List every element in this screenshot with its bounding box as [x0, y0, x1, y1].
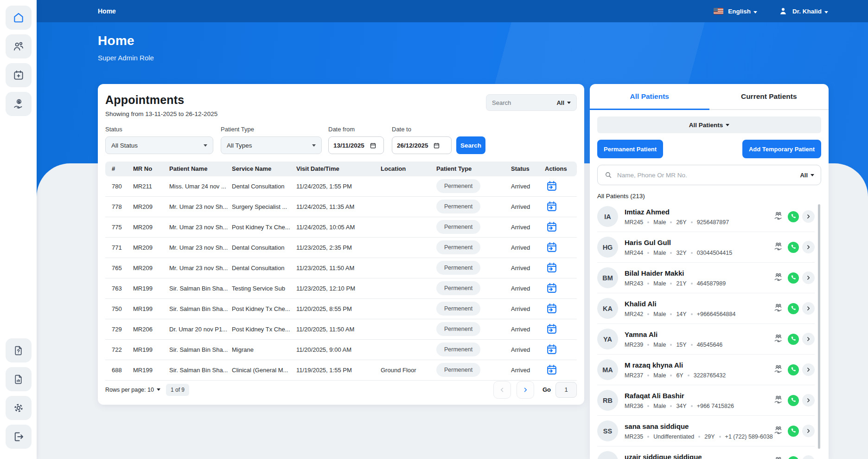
refer-patient-button[interactable] — [772, 333, 785, 345]
refer-patient-button[interactable] — [772, 241, 785, 253]
whatsapp-button[interactable] — [788, 456, 799, 459]
user-menu[interactable]: Dr. Khalid — [792, 8, 828, 15]
whatsapp-button[interactable] — [788, 211, 799, 222]
rows-per-page-control[interactable]: Rows per page: 10 — [105, 387, 160, 393]
sidebar-item-reports[interactable] — [6, 367, 32, 391]
table-row[interactable]: 722MR199Sir. Salman Bin Sha...Migrane11/… — [105, 340, 577, 360]
patient-meta-value: +966 7415826 — [697, 403, 734, 409]
patients-filter-value: All Patients — [689, 122, 723, 129]
patient-detail-button[interactable] — [802, 363, 815, 376]
whatsapp-button[interactable] — [788, 272, 799, 284]
patients-search-box[interactable]: All — [597, 165, 821, 185]
date-from-input[interactable] — [333, 142, 370, 149]
sidebar-item-patients[interactable] — [6, 34, 32, 58]
checkin-action-button[interactable] — [545, 240, 558, 254]
sidebar-item-appointments[interactable] — [6, 63, 32, 87]
checkin-action-button[interactable] — [545, 343, 558, 356]
appointments-search-box[interactable]: All — [486, 94, 577, 111]
whatsapp-button[interactable] — [788, 334, 799, 345]
whatsapp-icon — [791, 367, 797, 373]
refer-patient-button[interactable] — [772, 302, 785, 315]
sidebar-item-home[interactable] — [6, 6, 32, 30]
next-page-button[interactable] — [517, 381, 534, 399]
appointments-search-input[interactable] — [492, 99, 543, 106]
patient-list-item[interactable]: SSsana sana siddiqueMR235Undifferentiate… — [597, 416, 815, 446]
type-filter-select[interactable]: All Types — [221, 136, 322, 154]
checkin-calendar-icon — [546, 180, 557, 192]
add-temporary-patient-button[interactable]: Add Temporary Patient — [742, 140, 821, 158]
tab-current-patients[interactable]: Current Patients — [709, 84, 829, 109]
patient-detail-button[interactable] — [802, 241, 815, 253]
table-row[interactable]: 775MR209Mr. Umar 23 nov Sh...Post Kidney… — [105, 217, 577, 238]
table-row[interactable]: 750MR199Sir. Salman Bin Sha...Post Kidne… — [105, 299, 577, 319]
status-filter-select[interactable]: All Status — [105, 136, 213, 154]
sidebar-item-billing[interactable] — [6, 92, 32, 116]
patient-name: sana sana siddique — [625, 422, 772, 430]
sidebar-item-settings[interactable] — [6, 396, 32, 420]
whatsapp-button[interactable] — [788, 364, 799, 375]
whatsapp-button[interactable] — [788, 426, 799, 437]
breadcrumb[interactable]: Home — [98, 7, 116, 15]
patients-search-scope[interactable]: All — [800, 172, 814, 179]
patient-detail-button[interactable] — [802, 272, 815, 284]
calendar-icon — [433, 142, 440, 149]
checkin-action-button[interactable] — [545, 281, 558, 295]
permanent-patient-button[interactable]: Permanent Patient — [597, 140, 663, 158]
sidebar-item-help[interactable] — [6, 338, 32, 362]
refer-patient-button[interactable] — [772, 272, 785, 284]
previous-page-button[interactable] — [493, 381, 511, 399]
refer-patient-button[interactable] — [772, 210, 785, 223]
table-row[interactable]: 780MR211Miss. Umar 24 nov ...Dental Cons… — [105, 176, 577, 197]
date-to-field[interactable] — [392, 136, 452, 154]
patient-list-item[interactable]: USuzair siddique siddiqueMR234Male14Y+1 … — [597, 446, 815, 459]
patient-list-item[interactable]: YAYamna AliMR239Male15Y46545646 — [597, 324, 815, 355]
patient-detail-button[interactable] — [802, 302, 815, 315]
appointments-search-scope[interactable]: All — [556, 99, 571, 106]
tab-all-patients[interactable]: All Patients — [590, 84, 709, 109]
checkin-action-button[interactable] — [545, 302, 558, 315]
date-from-field[interactable] — [328, 136, 384, 154]
table-row[interactable]: 765MR209Mr. Umar 23 nov Sh...Dental Cons… — [105, 258, 577, 278]
whatsapp-button[interactable] — [788, 303, 799, 314]
whatsapp-button[interactable] — [788, 242, 799, 253]
table-row[interactable]: 771MR209Mr. Umar 23 nov Sh...Dental Cons… — [105, 238, 577, 258]
go-page-input[interactable] — [555, 382, 577, 398]
checkin-action-button[interactable] — [545, 179, 558, 193]
whatsapp-button[interactable] — [788, 395, 799, 406]
language-selector[interactable]: English — [728, 8, 757, 15]
patient-list-item[interactable]: HGHaris Gul GullMR244Male32Y03044504415 — [597, 232, 815, 263]
search-button[interactable]: Search — [456, 136, 485, 154]
refer-patient-button[interactable] — [772, 425, 785, 437]
patient-detail-button[interactable] — [802, 394, 815, 407]
patient-list-item[interactable]: KAKhalid AliMR242Male14Y+96664564884 — [597, 293, 815, 324]
refer-patient-button[interactable] — [772, 363, 785, 376]
date-to-input[interactable] — [397, 142, 433, 149]
patient-list-item[interactable]: MAM razaq khyna AliMR237Male6Y3228765432 — [597, 355, 815, 385]
checkin-action-button[interactable] — [545, 200, 558, 213]
checkin-action-button[interactable] — [545, 363, 558, 376]
refer-patient-button[interactable] — [772, 394, 785, 407]
checkin-action-button[interactable] — [545, 322, 558, 336]
table-row[interactable]: 778MR209Mr. Umar 23 nov Sh...Surgery Spe… — [105, 197, 577, 217]
patient-type-badge: Permenent — [436, 179, 480, 193]
checkin-action-button[interactable] — [545, 220, 558, 233]
scrollbar[interactable] — [818, 204, 820, 449]
table-row[interactable]: 763MR199Sir. Salman Bin Sha...Testing Se… — [105, 278, 577, 299]
patient-list-item[interactable]: BMBilal Haider MakkiMR243Male21Y46458798… — [597, 263, 815, 293]
patient-meta-value: Male — [653, 250, 666, 256]
table-row[interactable]: 729MR206Dr. Umar 20 nov P1...Post Kidney… — [105, 319, 577, 340]
checkin-action-button[interactable] — [545, 261, 558, 274]
chevron-right-icon — [805, 367, 811, 373]
refer-patient-button[interactable] — [772, 455, 785, 459]
patient-detail-button[interactable] — [802, 333, 815, 345]
patient-list-item[interactable]: IAImtiaz AhmedMR245Male26Y9256487897 — [597, 201, 815, 232]
patient-detail-button[interactable] — [802, 210, 815, 223]
patients-filter-dropdown[interactable]: All Patients — [597, 116, 821, 133]
table-row[interactable]: 688MR199Sir. Salman Bin Sha...Clinical (… — [105, 360, 577, 381]
patients-search-input[interactable] — [617, 172, 800, 179]
patient-detail-button[interactable] — [802, 455, 815, 459]
patient-list-item[interactable]: RBRafaqat Ali BashirMR236Male34Y+966 741… — [597, 385, 815, 416]
patient-detail-button[interactable] — [802, 425, 815, 437]
sidebar-item-logout[interactable] — [6, 425, 32, 449]
column-header-patientname: Patient Name — [169, 165, 232, 172]
